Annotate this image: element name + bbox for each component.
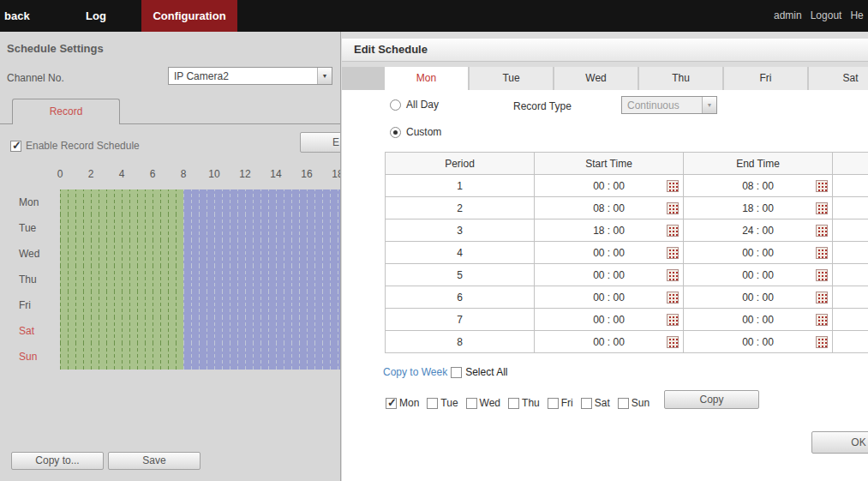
schedule-row-tue[interactable]: [60, 215, 341, 241]
schedule-row-sat[interactable]: [60, 318, 341, 344]
time-picker-icon[interactable]: [667, 202, 679, 214]
time-picker-icon[interactable]: [816, 292, 828, 304]
week-day-option-fri[interactable]: Fri: [548, 397, 573, 409]
enable-record-checkbox[interactable]: [10, 141, 21, 152]
schedule-bar-blue[interactable]: [183, 189, 341, 215]
start-time-cell[interactable]: 00 : 00: [535, 264, 684, 286]
week-day-checkbox[interactable]: [581, 398, 592, 409]
week-day-checkbox[interactable]: [427, 398, 438, 409]
time-picker-icon[interactable]: [667, 314, 679, 326]
start-time-cell[interactable]: 00 : 00: [535, 242, 684, 264]
week-day-option-wed[interactable]: Wed: [466, 397, 500, 409]
schedule-row-fri[interactable]: [60, 292, 341, 318]
time-picker-icon[interactable]: [667, 336, 679, 348]
channel-select[interactable]: IP Camera2 ▼: [168, 67, 332, 85]
time-picker-icon[interactable]: [667, 225, 679, 237]
week-day-checkbox[interactable]: [618, 398, 629, 409]
custom-radio[interactable]: [390, 127, 401, 138]
start-time-cell[interactable]: 00 : 00: [535, 175, 684, 197]
schedule-bar-green[interactable]: [60, 241, 183, 267]
tab-configuration[interactable]: Configuration: [141, 0, 237, 32]
schedule-bar-blue[interactable]: [183, 344, 341, 370]
select-all-checkbox[interactable]: [451, 367, 462, 378]
week-day-checkbox[interactable]: [466, 398, 477, 409]
schedule-bar-blue[interactable]: [183, 318, 341, 344]
record-type-cell[interactable]: C: [833, 286, 868, 309]
copy-to-button[interactable]: Copy to...: [11, 452, 104, 470]
end-time-cell[interactable]: 24 : 00: [684, 219, 833, 242]
schedule-bar-green[interactable]: [60, 318, 183, 344]
schedule-row-mon[interactable]: [60, 189, 341, 215]
week-day-checkbox[interactable]: [386, 398, 397, 409]
help-link[interactable]: He: [850, 0, 863, 32]
record-type-cell[interactable]: C: [833, 309, 868, 331]
chevron-down-icon[interactable]: ▼: [702, 97, 716, 113]
record-type-cell[interactable]: C: [833, 242, 868, 264]
end-time-cell[interactable]: 18 : 00: [684, 197, 833, 219]
week-day-option-thu[interactable]: Thu: [508, 397, 540, 409]
edit-day-tab-tue[interactable]: Tue: [470, 67, 553, 90]
schedule-bar-blue[interactable]: [183, 267, 341, 292]
week-day-option-mon[interactable]: Mon: [386, 397, 419, 409]
end-time-cell[interactable]: 08 : 00: [684, 175, 833, 197]
schedule-bar-green[interactable]: [60, 267, 183, 292]
edit-day-tab-sat[interactable]: Sat: [809, 67, 868, 90]
time-picker-icon[interactable]: [667, 292, 679, 304]
time-picker-icon[interactable]: [816, 269, 828, 281]
record-type-select[interactable]: Continuous ▼: [621, 96, 717, 114]
edit-day-tab-thu[interactable]: Thu: [639, 67, 722, 90]
schedule-bar-green[interactable]: [60, 344, 183, 370]
save-button[interactable]: Save: [108, 452, 201, 470]
time-picker-icon[interactable]: [816, 225, 828, 237]
time-picker-icon[interactable]: [816, 247, 828, 259]
schedule-bar-green[interactable]: [60, 189, 183, 215]
end-time-cell[interactable]: 00 : 00: [684, 309, 833, 331]
edit-day-tab-mon[interactable]: Mon: [385, 67, 468, 90]
week-day-option-sun[interactable]: Sun: [618, 397, 650, 409]
copy-button[interactable]: Copy: [664, 390, 759, 409]
end-time-cell[interactable]: 00 : 00: [684, 331, 833, 353]
schedule-row-sun[interactable]: [60, 344, 341, 370]
time-picker-icon[interactable]: [667, 269, 679, 281]
time-picker-icon[interactable]: [667, 180, 679, 192]
record-type-cell[interactable]: C: [833, 197, 868, 219]
schedule-bar-green[interactable]: [60, 215, 183, 241]
time-picker-icon[interactable]: [816, 314, 828, 326]
start-time-cell[interactable]: 08 : 00: [535, 197, 684, 219]
time-picker-icon[interactable]: [816, 180, 828, 192]
record-tab[interactable]: Record: [12, 99, 120, 124]
schedule-row-wed[interactable]: [60, 241, 341, 267]
schedule-bar-blue[interactable]: [183, 241, 341, 267]
end-time-cell[interactable]: 00 : 00: [684, 264, 833, 286]
end-time-cell[interactable]: 00 : 00: [684, 286, 833, 309]
start-time-cell[interactable]: 00 : 00: [535, 309, 684, 331]
schedule-row-thu[interactable]: [60, 267, 341, 292]
all-day-radio[interactable]: [390, 99, 401, 111]
schedule-bar-green[interactable]: [60, 292, 183, 318]
week-day-checkbox[interactable]: [548, 398, 559, 409]
record-type-cell[interactable]: M: [833, 175, 868, 197]
start-time-cell[interactable]: 00 : 00: [535, 286, 684, 309]
copy-to-week-link[interactable]: Copy to Week: [383, 366, 447, 378]
schedule-grid[interactable]: [60, 189, 341, 370]
time-picker-icon[interactable]: [816, 336, 828, 348]
time-picker-icon[interactable]: [667, 247, 679, 259]
week-day-checkbox[interactable]: [508, 398, 519, 409]
schedule-bar-blue[interactable]: [183, 292, 341, 318]
start-time-cell[interactable]: 00 : 00: [535, 331, 684, 353]
schedule-bar-blue[interactable]: [183, 215, 341, 241]
start-time-cell[interactable]: 18 : 00: [535, 219, 684, 242]
edit-day-tab-wed[interactable]: Wed: [554, 67, 638, 90]
end-time-cell[interactable]: 00 : 00: [684, 242, 833, 264]
tab-playback[interactable]: back: [4, 0, 30, 32]
edit-day-tab-fri[interactable]: Fri: [724, 67, 807, 90]
record-type-cell[interactable]: C: [833, 331, 868, 353]
record-type-cell[interactable]: M: [833, 219, 868, 242]
tab-log[interactable]: Log: [86, 0, 106, 32]
edit-button[interactable]: E: [300, 132, 341, 153]
logout-link[interactable]: Logout: [811, 0, 842, 32]
week-day-option-tue[interactable]: Tue: [427, 397, 458, 409]
week-day-option-sat[interactable]: Sat: [581, 397, 610, 409]
record-type-cell[interactable]: C: [833, 264, 868, 286]
chevron-down-icon[interactable]: ▼: [317, 68, 332, 84]
